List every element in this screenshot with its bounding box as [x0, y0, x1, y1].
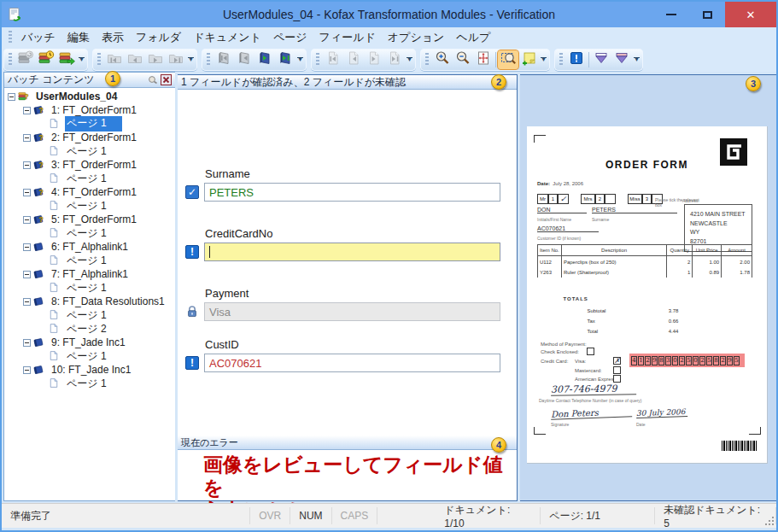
left-splitter[interactable]: [175, 72, 178, 501]
items-table-header: Description: [561, 245, 666, 256]
tree-expand-toggle[interactable]: [23, 271, 31, 278]
tree-row-18[interactable]: 9: FT_Jade Inc1: [4, 336, 175, 349]
tree-row-17[interactable]: ページ 2: [4, 322, 175, 336]
add-note-button[interactable]: [518, 50, 539, 69]
card-digit-box: 0: [672, 356, 678, 365]
toolbar-grip[interactable]: [559, 53, 563, 67]
close-panel-icon[interactable]: [161, 74, 172, 85]
status-page-count: ページ: 1/1: [541, 509, 654, 523]
error-marker-button[interactable]: [566, 50, 587, 69]
card-number-highlight[interactable]: 4129830250258295: [629, 354, 745, 367]
menu-item-5[interactable]: ページ: [267, 28, 313, 47]
tree-row-8[interactable]: ページ 1: [4, 199, 175, 213]
menu-item-8[interactable]: ヘルプ: [450, 28, 496, 47]
zoom-selection-button[interactable]: [498, 50, 518, 69]
menu-item-3[interactable]: フォルダ: [130, 28, 187, 47]
tree-label: 6: FT_Alphalink1: [50, 241, 130, 253]
field-label-surname: Surname: [205, 167, 250, 180]
tree-expand-toggle[interactable]: [23, 107, 31, 114]
menu-item-2[interactable]: 表示: [96, 28, 130, 47]
lock-icon: [185, 305, 199, 319]
tree-row-0[interactable]: ?UserModules_04: [4, 90, 175, 103]
tree-row-13[interactable]: 7: FT_Alphalink1: [4, 267, 175, 281]
toolbar-options-chevron[interactable]: ▾: [295, 50, 305, 69]
document-viewer-panel[interactable]: ORDER FORMDate: July 28, 2006Mr1✓Mrs2Mis…: [519, 74, 778, 501]
first-page-button: [323, 50, 343, 69]
tree-expand-toggle[interactable]: [23, 134, 31, 142]
field-label-custid: CustID: [205, 338, 239, 351]
tree-expand-toggle[interactable]: [23, 189, 31, 196]
zoom-out-button[interactable]: [453, 50, 473, 69]
last-document-button[interactable]: [275, 50, 295, 69]
auto-hide-pin-icon[interactable]: [147, 74, 158, 85]
tree-expand-toggle[interactable]: [23, 298, 31, 306]
field-input-custid[interactable]: AC070621: [204, 354, 500, 372]
tree-expand-toggle[interactable]: [8, 93, 15, 101]
toolbar-options-chevron[interactable]: ▾: [405, 50, 414, 69]
maximize-button[interactable]: [689, 2, 725, 27]
items-table-cell: Y263: [538, 267, 562, 278]
salutation-label-mrs: Mrs: [581, 194, 595, 204]
field-input-surname[interactable]: PETERS: [204, 183, 500, 202]
check-enclosed-label: Check Enclosed:: [541, 349, 579, 354]
toolbar-options-chevron[interactable]: ▾: [186, 50, 196, 69]
menu-item-0[interactable]: バッチ: [15, 28, 61, 47]
toolbar-grip[interactable]: [97, 53, 101, 67]
resize-grip[interactable]: [764, 516, 775, 526]
tree-row-20[interactable]: 10: FT_Jade Inc1: [4, 363, 175, 377]
fit-page-button[interactable]: [473, 50, 494, 69]
tree-row-1[interactable]: ?1: FT_OrderForm1: [4, 103, 175, 117]
tree-row-9[interactable]: ?5: FT_OrderForm1: [4, 213, 175, 226]
confirm-field-button[interactable]: [591, 50, 611, 69]
svg-text:?: ?: [38, 215, 43, 224]
menu-item-1[interactable]: 編集: [61, 28, 96, 47]
tree-row-6[interactable]: ページ 1: [4, 172, 175, 185]
tree-row-12[interactable]: ページ 1: [4, 254, 175, 267]
page-icon: [49, 323, 62, 336]
zoom-in-button[interactable]: [432, 50, 453, 69]
suspend-batch-button[interactable]: [36, 50, 56, 69]
last-folder-button: [166, 50, 186, 69]
next-document-button[interactable]: [254, 50, 275, 69]
items-table-cell: 2.00: [722, 256, 752, 267]
close-batch-button[interactable]: [56, 50, 77, 69]
confirm-document-button[interactable]: [611, 50, 632, 69]
menu-item-7[interactable]: オプション: [382, 28, 451, 47]
tree-row-4[interactable]: ページ 1: [4, 144, 175, 158]
tree-expand-toggle[interactable]: [23, 216, 31, 224]
toolbar-options-chevron[interactable]: ▾: [632, 50, 641, 69]
document-question-icon: ?: [33, 186, 47, 199]
tree-row-3[interactable]: ?2: FT_OrderForm1: [4, 131, 175, 144]
toolbar-grip[interactable]: [316, 53, 319, 67]
tree-row-19[interactable]: ページ 1: [4, 349, 175, 363]
tree-expand-toggle[interactable]: [23, 339, 31, 347]
toolbar-grip[interactable]: [9, 53, 12, 67]
toolbar-options-chevron[interactable]: ▾: [539, 50, 548, 69]
tree-expand-toggle[interactable]: [23, 161, 31, 169]
menu-item-6[interactable]: フィールド: [313, 28, 382, 47]
tree-expand-toggle[interactable]: [23, 366, 31, 374]
toolbar-grip[interactable]: [207, 53, 210, 67]
tree-row-21[interactable]: ページ 1: [4, 377, 175, 390]
tree-row-2[interactable]: ページ 1: [4, 117, 175, 131]
tree-label: ページ 1: [65, 254, 108, 268]
tree-label: ページ 1: [65, 172, 108, 186]
tree-row-7[interactable]: ?4: FT_OrderForm1: [4, 185, 175, 199]
close-button[interactable]: ✕: [725, 2, 776, 27]
tree-row-5[interactable]: ?3: FT_OrderForm1: [4, 158, 175, 172]
minimize-button[interactable]: [653, 2, 689, 27]
tree-row-15[interactable]: 8: FT_Data Resolutions1: [4, 295, 175, 308]
field-input-creditcardno[interactable]: [204, 243, 500, 261]
checkbox-checked-icon[interactable]: ✓: [185, 185, 199, 199]
tree-row-16[interactable]: ページ 1: [4, 308, 175, 322]
toolbar-grip[interactable]: [425, 53, 429, 67]
tree-expand-toggle[interactable]: [23, 243, 31, 251]
menu-item-4[interactable]: ドキュメント: [187, 28, 267, 47]
tree-row-10[interactable]: ページ 1: [4, 226, 175, 240]
tree-row-11[interactable]: 6: FT_Alphalink1: [4, 240, 175, 254]
right-splitter[interactable]: [518, 72, 520, 501]
tree-row-14[interactable]: ページ 1: [4, 281, 175, 295]
toolbar-options-chevron[interactable]: ▾: [77, 50, 86, 69]
tree-label: 1: FT_OrderForm1: [50, 104, 138, 116]
card-digit-box: 2: [699, 356, 705, 365]
